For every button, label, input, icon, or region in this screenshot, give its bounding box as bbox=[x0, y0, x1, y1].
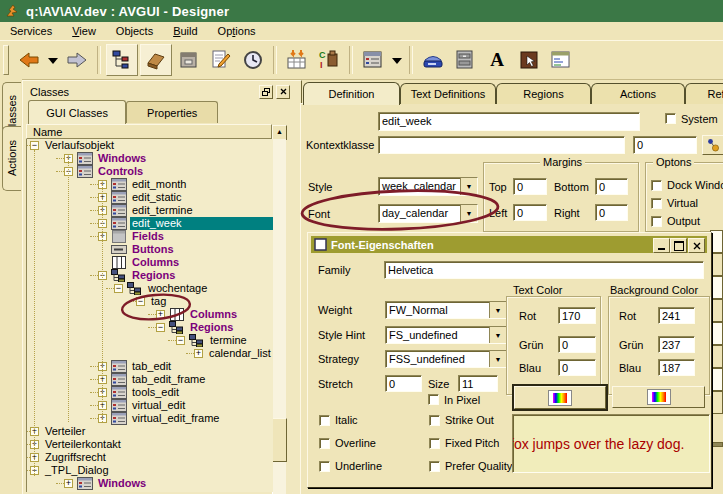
margin-right-field[interactable]: 0 bbox=[595, 204, 628, 221]
chevron-down-icon[interactable]: ▼ bbox=[489, 351, 506, 367]
tree-item-label[interactable]: Zugriffsrecht bbox=[43, 451, 108, 464]
save-device-button[interactable] bbox=[418, 45, 448, 75]
tree-item-label[interactable]: tab_edit_frame bbox=[130, 373, 207, 386]
tree-item-label[interactable]: calendar_list bbox=[207, 347, 273, 360]
clock-button[interactable] bbox=[238, 45, 268, 75]
chevron-down-icon[interactable]: ▼ bbox=[460, 178, 477, 195]
tree-item-label[interactable]: Verteilerkontakt bbox=[43, 438, 123, 451]
package-button[interactable] bbox=[174, 45, 204, 75]
tab-text-definitions[interactable]: Text Definitions bbox=[400, 83, 496, 104]
tree-item-label[interactable]: termine bbox=[208, 334, 249, 347]
margin-bottom-field[interactable]: 0 bbox=[595, 178, 628, 195]
tree-item-edit_month[interactable]: +edit_month bbox=[27, 178, 273, 191]
back-arrow-button[interactable] bbox=[14, 45, 44, 75]
tab-gui-classes[interactable]: GUI Classes bbox=[28, 100, 126, 124]
tree-item-label[interactable]: wochentage bbox=[146, 282, 209, 295]
menu-services[interactable]: Services bbox=[0, 24, 62, 38]
margin-top-field[interactable]: 0 bbox=[513, 178, 547, 195]
chevron-down-icon[interactable]: ▼ bbox=[460, 205, 477, 222]
bg-rot-field[interactable]: 241 bbox=[658, 307, 695, 324]
class-interface-button[interactable]: CI bbox=[314, 45, 344, 75]
expand-icon[interactable]: + bbox=[64, 479, 73, 488]
tree-item-columns[interactable]: Columns bbox=[27, 256, 273, 269]
eraser-button[interactable] bbox=[140, 44, 172, 76]
collapse-icon[interactable]: − bbox=[156, 323, 165, 332]
tree-item-label[interactable]: edit_month bbox=[130, 178, 188, 191]
bg-gruen-field[interactable]: 237 bbox=[658, 336, 695, 353]
text-color-picker-button[interactable] bbox=[514, 386, 606, 409]
kontextklasse-field[interactable] bbox=[378, 136, 625, 154]
tree-item-windows[interactable]: +Windows bbox=[27, 152, 273, 165]
tree-item-windows[interactable]: +Windows bbox=[27, 477, 273, 490]
underline-checkbox[interactable] bbox=[319, 461, 330, 472]
tree-item-label[interactable]: tab_edit bbox=[130, 360, 173, 373]
collapse-icon[interactable]: − bbox=[176, 336, 185, 345]
strategy-combobox[interactable]: FSS_undefined▼ bbox=[385, 350, 507, 368]
tree-item-label[interactable]: Buttons bbox=[130, 243, 176, 256]
margin-left-field[interactable]: 0 bbox=[513, 204, 547, 221]
tree-item-termine[interactable]: −termine bbox=[27, 334, 273, 347]
menu-options[interactable]: Options bbox=[208, 24, 266, 38]
font-combobox[interactable]: day_calendar▼ bbox=[378, 204, 478, 223]
chevron-down-icon[interactable]: ▼ bbox=[489, 327, 506, 343]
tree-item-label[interactable]: edit_week bbox=[130, 217, 273, 230]
form-window-dropdown-button[interactable] bbox=[390, 45, 404, 75]
text-blau-field[interactable]: 0 bbox=[558, 359, 596, 376]
tab-regions[interactable]: Regions bbox=[496, 83, 591, 104]
tree-item-label[interactable]: Columns bbox=[188, 308, 239, 321]
fixed-pitch-checkbox[interactable] bbox=[429, 438, 440, 449]
tree-item-verteiler[interactable]: +Verteiler bbox=[27, 425, 273, 438]
tree-item-edit_week[interactable]: −edit_week bbox=[27, 217, 273, 230]
tab-definition[interactable]: Definition bbox=[303, 82, 400, 105]
tree-item-zugriffsrecht[interactable]: +Zugriffsrecht bbox=[27, 451, 273, 464]
text-gruen-field[interactable]: 0 bbox=[558, 336, 596, 353]
tree-item-tools_edit[interactable]: +tools_edit bbox=[27, 386, 273, 399]
tree-item-label[interactable]: Regions bbox=[188, 321, 235, 334]
panel-close-icon[interactable] bbox=[276, 85, 290, 99]
tree-item-label[interactable]: edit_static bbox=[130, 191, 184, 204]
prefer-quality-checkbox[interactable] bbox=[429, 461, 440, 472]
strike-out-checkbox[interactable] bbox=[429, 415, 440, 426]
bg-blau-field[interactable]: 187 bbox=[658, 359, 695, 376]
italic-checkbox[interactable] bbox=[319, 415, 330, 426]
weight-combobox[interactable]: FW_Normal▼ bbox=[385, 301, 507, 319]
tree-item-regions[interactable]: −Regions bbox=[27, 269, 273, 282]
tree-item-tab_edit[interactable]: +tab_edit bbox=[27, 360, 273, 373]
tree-item-controls[interactable]: −Controls bbox=[27, 165, 273, 178]
tree-column-header[interactable]: Name bbox=[26, 124, 272, 139]
in-pixel-checkbox[interactable] bbox=[428, 394, 439, 405]
tree-item-label[interactable]: Columns bbox=[130, 256, 181, 269]
tree-item-label[interactable]: Verteiler bbox=[43, 425, 87, 438]
toolbar-grip[interactable] bbox=[3, 45, 9, 75]
collapse-icon[interactable]: − bbox=[136, 297, 145, 306]
family-field[interactable]: Helvetica bbox=[384, 261, 704, 279]
expand-icon[interactable]: + bbox=[194, 349, 203, 358]
size-field[interactable]: 11 bbox=[458, 375, 498, 392]
minimize-icon[interactable] bbox=[653, 238, 670, 253]
output-checkbox[interactable] bbox=[651, 216, 662, 227]
tree-item-label[interactable]: Windows bbox=[96, 152, 148, 165]
tree-item-label[interactable]: virtual_edit bbox=[130, 399, 187, 412]
tree-item-label[interactable]: Fields bbox=[130, 230, 166, 243]
tree-item-wochentage[interactable]: −wochentage bbox=[27, 282, 273, 295]
link-class-button[interactable] bbox=[702, 135, 723, 155]
style-combobox[interactable]: week_calendar▼ bbox=[378, 177, 478, 196]
tree-item-verteilerkontakt[interactable]: +Verteilerkontakt bbox=[27, 438, 273, 451]
tree-item-tab_edit_frame[interactable]: +tab_edit_frame bbox=[27, 373, 273, 386]
back-history-dropdown-button[interactable] bbox=[46, 45, 60, 75]
menu-view[interactable]: View bbox=[62, 24, 106, 38]
menu-build[interactable]: Build bbox=[163, 24, 207, 38]
overline-checkbox[interactable] bbox=[319, 438, 330, 449]
tree-item-calendar_list[interactable]: +calendar_list bbox=[27, 347, 273, 360]
tree-item-regions[interactable]: −Regions bbox=[27, 321, 273, 334]
tree-item-edit_static[interactable]: +edit_static bbox=[27, 191, 273, 204]
close-icon[interactable] bbox=[688, 238, 705, 253]
tree-item-label[interactable]: Controls bbox=[96, 165, 145, 178]
class-name-field[interactable]: edit_week bbox=[378, 112, 640, 131]
cabinet-button[interactable] bbox=[450, 45, 480, 75]
form-window-button[interactable] bbox=[358, 45, 388, 75]
import-grid-button[interactable] bbox=[282, 45, 312, 75]
tree-item-label[interactable]: Regions bbox=[130, 269, 177, 282]
tree-item-label[interactable]: tag bbox=[149, 295, 168, 308]
style-hint-combobox[interactable]: FS_undefined▼ bbox=[385, 326, 507, 344]
